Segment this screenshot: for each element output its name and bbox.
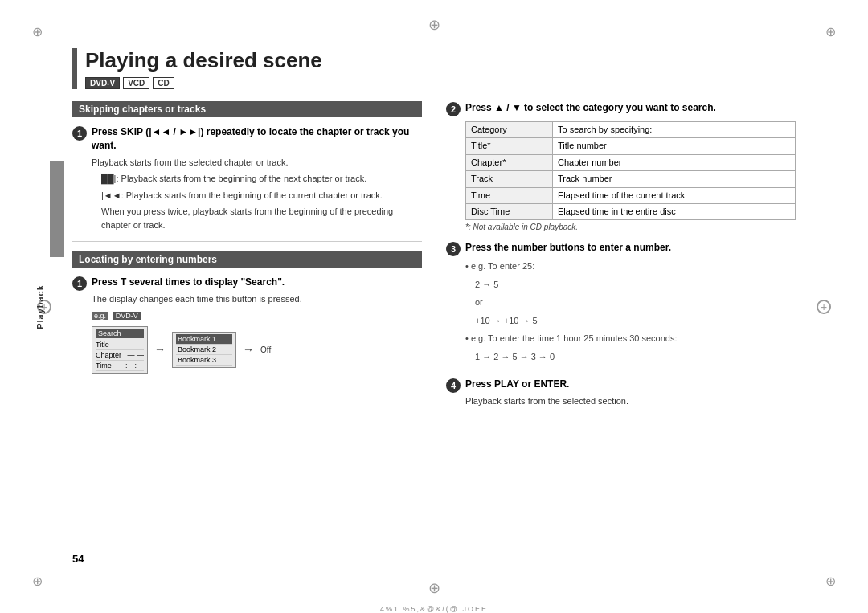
cat-chapter: Chapter* (466, 154, 553, 170)
cat-disc-time: Disc Time (466, 203, 553, 219)
two-column-layout: Skipping chapters or tracks 1 Press SKIP… (72, 101, 796, 414)
skip-step-title: Press SKIP (|◄◄ / ►►|) repeatedly to loc… (92, 125, 422, 153)
eg2-block: • e.g. To enter the time 1 hour 25 minut… (465, 332, 796, 363)
center-mark-bottom: ⊕ (428, 579, 440, 597)
desc-time: Elapsed time of the current track (553, 187, 796, 203)
table-header-row: Category To search by specifying: (466, 121, 796, 137)
desc-disc-time: Elapsed time in the entire disc (553, 203, 796, 219)
screen-box-2: Bookmark 1 Bookmark 2 Bookmark 3 (172, 332, 236, 368)
title-area: Playing a desired scene DVD-V VCD CD (72, 48, 796, 89)
section-skip-header: Skipping chapters or tracks (72, 101, 422, 117)
step4-title: Press PLAY or ENTER. (465, 378, 796, 391)
cat-track: Track (466, 171, 553, 187)
step4-content: Press PLAY or ENTER. Playback starts fro… (465, 378, 796, 407)
corner-mark-tl: ⊕ (32, 24, 43, 39)
badge-vcd: VCD (123, 77, 149, 89)
right-column: 2 Press ▲ / ▼ to select the category you… (446, 101, 796, 414)
skip-note-1: ██|: Playback starts from the beginning … (92, 172, 422, 186)
step-circle-3: 3 (446, 242, 461, 256)
table-row-time: Time Elapsed time of the current track (466, 187, 796, 203)
step-circle-4: 4 (446, 378, 461, 393)
eg2-line1: 1 → 2 → 5 → 3 → 0 (465, 350, 796, 364)
screen-box-1: Search Title— — Chapter— — Time—:—:— (92, 326, 148, 374)
desc-title: Title number (553, 138, 796, 154)
cat-time: Time (466, 187, 553, 203)
desc-track: Track number (553, 171, 796, 187)
arrow-to-screen2: → (154, 343, 166, 356)
right-step-3: 3 Press the number buttons to enter a nu… (446, 241, 796, 368)
category-table: Category To search by specifying: Title*… (465, 121, 796, 220)
skip-note-3: When you press twice, playback starts fr… (92, 205, 422, 231)
step2-content: Press ▲ / ▼ to select the category you w… (465, 101, 796, 231)
step-circle-1: 1 (72, 126, 87, 141)
table-row-track: Track Track number (466, 171, 796, 187)
table-row-title: Title* Title number (466, 138, 796, 154)
main-content: Playing a desired scene DVD-V VCD CD Ski… (72, 48, 796, 565)
locate-step-content: Press T several times to display "Search… (92, 276, 422, 373)
section-divider (72, 241, 422, 242)
screen1-row-time: Time—:—:— (96, 361, 144, 371)
cat-title: Title* (466, 138, 553, 154)
screen2-bookmark3: Bookmark 3 (176, 355, 232, 366)
table-row-chapter: Chapter* Chapter number (466, 154, 796, 170)
eg-label: e.g. (92, 312, 108, 320)
skip-note-2: |◄◄: Playback starts from the beginning … (92, 189, 422, 202)
eg-badge: DVD-V (113, 312, 141, 320)
left-column: Skipping chapters or tracks 1 Press SKIP… (72, 101, 422, 414)
off-label: Off (260, 345, 271, 354)
step-circle-2: 2 (446, 102, 461, 116)
step3-examples: • e.g. To enter 25: 2 → 5 or +10 → +10 →… (465, 260, 796, 363)
right-step-4: 4 Press PLAY or ENTER. Playback starts f… (446, 378, 796, 407)
page-title: Playing a desired scene (85, 48, 796, 73)
skip-step-body: Playback starts from the selected chapte… (92, 156, 422, 170)
step4-body: Playback starts from the selected sectio… (465, 394, 796, 408)
screen1-row-title: Title— — (96, 340, 144, 350)
badge-cd: CD (153, 77, 174, 89)
gray-sidebar-decoration (50, 161, 64, 257)
eg1-line2: or (465, 296, 796, 309)
arrow-to-off: → (243, 343, 254, 356)
skip-step-1: 1 Press SKIP (|◄◄ / ►►|) repeatedly to l… (72, 125, 422, 231)
corner-mark-bl: ⊕ (32, 574, 43, 589)
sidebar-label: Playback (35, 284, 45, 329)
eg-line: e.g. DVD-V (92, 311, 422, 320)
step3-content: Press the number buttons to enter a numb… (465, 241, 796, 368)
col-desc-header: To search by specifying: (553, 121, 796, 137)
badge-dvdv: DVD-V (85, 77, 120, 89)
table-row-disc-time: Disc Time Elapsed time in the entire dis… (466, 203, 796, 219)
step3-title: Press the number buttons to enter a numb… (465, 241, 796, 255)
table-footnote: *: Not available in CD playback. (465, 223, 796, 231)
step2-title: Press ▲ / ▼ to select the category you w… (465, 101, 796, 115)
eg1-line1: 2 → 5 (465, 278, 796, 292)
screen2-bookmark2: Bookmark 2 (176, 345, 232, 355)
corner-mark-tr: ⊕ (825, 24, 836, 39)
corner-mark-br: ⊕ (825, 574, 836, 589)
target-right (817, 300, 831, 314)
locate-step-body: The display changes each time this butto… (92, 292, 422, 306)
section-locate-header: Locating by entering numbers (72, 251, 422, 268)
locate-step-circle: 1 (72, 276, 87, 291)
right-step-2: 2 Press ▲ / ▼ to select the category you… (446, 101, 796, 231)
locate-step-1: 1 Press T several times to display "Sear… (72, 276, 422, 373)
desc-chapter: Chapter number (553, 154, 796, 170)
locate-step-title: Press T several times to display "Search… (92, 276, 422, 289)
screen1-row-chapter: Chapter— — (96, 350, 144, 361)
screen1-title: Search (96, 329, 144, 338)
center-mark-top: ⊕ (428, 16, 440, 34)
eg1-label: • e.g. To enter 25: (465, 260, 796, 273)
eg2-label: • e.g. To enter the time 1 hour 25 minut… (465, 332, 796, 345)
screen-diagram: Search Title— — Chapter— — Time—:—:— (92, 326, 422, 374)
col-category-header: Category (466, 121, 553, 137)
page-number: 54 (72, 553, 84, 565)
footer-code: 4%1 %5,&@&/(@ JOEE (380, 605, 488, 613)
screen2-bookmark1: Bookmark 1 (176, 334, 232, 345)
format-badges: DVD-V VCD CD (85, 77, 796, 89)
step-content-skip: Press SKIP (|◄◄ / ►►|) repeatedly to loc… (92, 125, 422, 231)
eg1-line3: +10 → +10 → 5 (465, 314, 796, 328)
